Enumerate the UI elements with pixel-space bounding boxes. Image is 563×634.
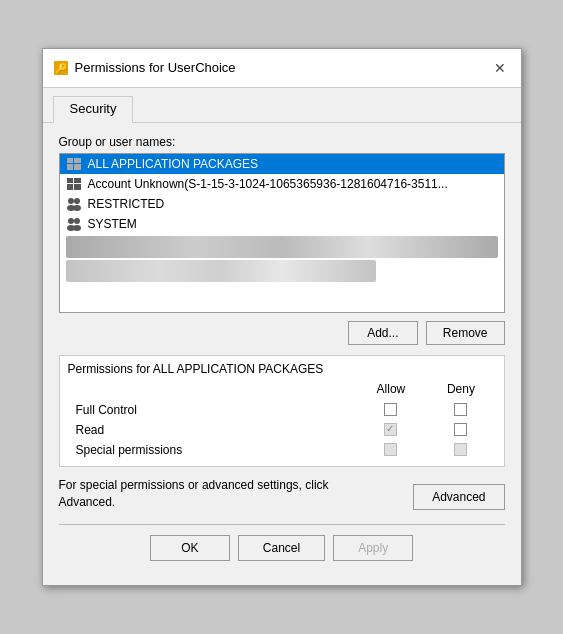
allow-checkbox-full-control[interactable] [384,403,397,416]
allow-checkbox-read[interactable] [384,423,397,436]
cancel-button[interactable]: Cancel [238,535,325,561]
group-users-label: Group or user names: [59,135,505,149]
perm-col-allow: Allow [356,382,427,400]
perm-allow-cell [356,440,427,460]
perm-col-name [68,382,356,400]
remove-button[interactable]: Remove [426,321,505,345]
user-name: Account Unknown(S-1-15-3-1024-1065365936… [88,177,448,191]
list-item[interactable]: SYSTEM [60,214,504,234]
permissions-dialog: 🔑 Permissions for UserChoice ✕ Security … [42,48,522,587]
deny-checkbox-full-control[interactable] [454,403,467,416]
allow-checkbox-special[interactable] [384,443,397,456]
dialog-title: Permissions for UserChoice [75,60,236,75]
deny-checkbox-special[interactable] [454,443,467,456]
table-row: Read [68,420,496,440]
grid-icon [66,177,82,191]
table-row: Special permissions [68,440,496,460]
table-row: Full Control [68,400,496,420]
advanced-row: For special permissions or advanced sett… [59,477,505,511]
list-item[interactable]: ALL APPLICATION PACKAGES [60,154,504,174]
people-icon [66,217,82,231]
svg-point-9 [73,225,81,231]
title-bar-left: 🔑 Permissions for UserChoice [53,60,236,76]
title-bar: 🔑 Permissions for UserChoice ✕ [43,49,521,88]
add-remove-row: Add... Remove [59,321,505,345]
svg-point-7 [74,218,80,224]
perm-deny-cell [426,420,495,440]
svg-point-5 [73,205,81,211]
permissions-table: Allow Deny Full Control [68,382,496,460]
permissions-header: Permissions for ALL APPLICATION PACKAGES [68,362,496,376]
deny-checkbox-read[interactable] [454,423,467,436]
perm-deny-cell [426,440,495,460]
dialog-icon: 🔑 [53,60,69,76]
svg-point-6 [68,218,74,224]
blurred-entry [66,236,498,258]
ok-button[interactable]: OK [150,535,230,561]
user-name: SYSTEM [88,217,137,231]
perm-allow-cell [356,420,427,440]
grid-icon [66,157,82,171]
perm-name: Full Control [68,400,356,420]
user-name: RESTRICTED [88,197,165,211]
perm-allow-cell [356,400,427,420]
perm-name: Read [68,420,356,440]
bottom-buttons: OK Cancel Apply [59,535,505,573]
svg-point-3 [74,198,80,204]
perm-deny-cell [426,400,495,420]
user-list[interactable]: ALL APPLICATION PACKAGES Account Unknown… [59,153,505,313]
blurred-entry [66,260,377,282]
advanced-button[interactable]: Advanced [413,484,504,510]
svg-text:🔑: 🔑 [55,62,68,75]
add-button[interactable]: Add... [348,321,418,345]
svg-point-2 [68,198,74,204]
user-name: ALL APPLICATION PACKAGES [88,157,259,171]
apply-button[interactable]: Apply [333,535,413,561]
list-item[interactable]: Account Unknown(S-1-15-3-1024-1065365936… [60,174,504,194]
content-area: Group or user names: ALL APPLICATION PAC… [43,123,521,586]
advanced-text: For special permissions or advanced sett… [59,477,339,511]
perm-col-deny: Deny [426,382,495,400]
perm-name: Special permissions [68,440,356,460]
list-item[interactable]: RESTRICTED [60,194,504,214]
tab-security[interactable]: Security [53,96,134,123]
close-button[interactable]: ✕ [489,57,511,79]
separator [59,524,505,525]
tabs-row: Security [43,88,521,123]
people-icon [66,197,82,211]
permissions-section: Permissions for ALL APPLICATION PACKAGES… [59,355,505,467]
